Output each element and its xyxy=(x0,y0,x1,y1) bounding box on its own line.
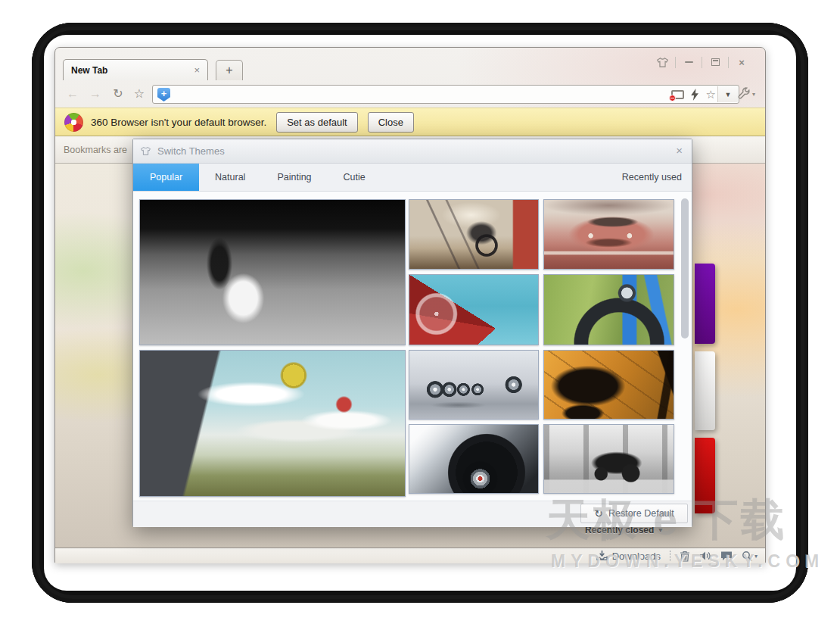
theme-thumbnail-mountains-balloons[interactable] xyxy=(139,350,406,497)
address-bar[interactable]: + ☆ ▼ xyxy=(152,85,739,104)
download-icon xyxy=(596,551,608,561)
lightning-icon[interactable] xyxy=(691,89,699,101)
close-window-button[interactable]: × xyxy=(729,55,754,70)
dialog-close-icon[interactable]: × xyxy=(676,145,683,156)
address-dropdown-button[interactable]: ▼ xyxy=(717,86,738,102)
toolbar: ← → ↻ ☆ + ☆ ▼ xyxy=(55,80,765,108)
bookmarks-hint-text: Bookmarks are xyxy=(64,145,127,155)
wrench-icon xyxy=(736,86,751,101)
tab-popular[interactable]: Popular xyxy=(133,164,199,191)
theme-thumbnail-newtons-cradle[interactable] xyxy=(409,350,539,420)
speed-dial-tile-red[interactable] xyxy=(695,438,715,513)
tshirt-icon xyxy=(140,146,151,156)
theme-thumbnail-girl-with-dog[interactable] xyxy=(139,199,406,345)
tab-natural[interactable]: Natural xyxy=(199,164,261,191)
maximize-button[interactable] xyxy=(702,55,728,70)
dialog-tab-bar: Popular Natural Painting Cutie Recently … xyxy=(133,164,692,192)
tab-title: New Tab xyxy=(71,65,194,76)
forward-button[interactable]: → xyxy=(87,86,104,102)
theme-thumbnail-vintage-truck[interactable] xyxy=(543,199,674,270)
tab-new-tab[interactable]: New Tab × xyxy=(63,59,208,80)
dotted-divider xyxy=(670,551,670,561)
notification-close-button[interactable]: Close xyxy=(368,112,414,133)
theme-thumbnail-car-wheel[interactable] xyxy=(409,424,539,494)
red-minus-badge xyxy=(669,95,676,101)
minimize-icon xyxy=(685,61,693,63)
zoom-chevron-icon: ▾ xyxy=(754,553,758,560)
magnifier-icon xyxy=(742,551,753,562)
dialog-scrollbar-thumb[interactable] xyxy=(681,198,689,339)
theme-grid xyxy=(133,192,692,501)
new-tab-button[interactable]: + xyxy=(216,60,243,80)
tab-cutie[interactable]: Cutie xyxy=(328,164,381,191)
default-browser-notification: 360 Browser isn't your default browser. … xyxy=(55,108,765,136)
tab-strip: New Tab × + × xyxy=(55,48,765,80)
close-icon: × xyxy=(739,57,745,68)
theme-thumbnail-blue-bicycle[interactable] xyxy=(543,274,674,345)
speed-dial-tile-purple[interactable] xyxy=(695,264,715,344)
downloads-label: Downloads xyxy=(612,551,661,562)
zoom-control[interactable]: ▾ xyxy=(742,551,758,562)
theme-thumbnail-paper-boats[interactable] xyxy=(409,274,539,345)
screenshot-page: New Tab × + × ← xyxy=(0,0,840,624)
feedback-button[interactable] xyxy=(720,551,733,561)
page-star-icon[interactable]: ☆ xyxy=(706,88,716,101)
downloads-button[interactable]: Downloads xyxy=(596,551,661,562)
switch-themes-dialog: Switch Themes × Popular Natural Painting… xyxy=(132,139,692,527)
status-bar: Downloads xyxy=(55,548,765,563)
minimize-button[interactable] xyxy=(676,55,702,70)
chevron-down-icon: ▾ xyxy=(658,526,662,534)
chat-bubble-icon xyxy=(720,551,733,561)
trash-icon xyxy=(680,551,690,562)
refresh-button[interactable]: ↻ xyxy=(110,86,126,102)
theme-thumbnail-bicycles[interactable] xyxy=(409,199,539,270)
tab-close-icon[interactable]: × xyxy=(194,65,200,75)
dialog-footer: ↻ Restore Default xyxy=(133,501,692,527)
tshirt-icon xyxy=(656,57,669,68)
speed-dial-tile-white[interactable] xyxy=(695,351,715,430)
trash-button[interactable] xyxy=(680,551,690,562)
restore-icon: ↻ xyxy=(594,508,603,519)
bookmark-star-button[interactable]: ☆ xyxy=(131,86,148,102)
shield-plus-icon[interactable]: + xyxy=(157,88,170,101)
set-as-default-button[interactable]: Set as default xyxy=(276,112,358,133)
dialog-title: Switch Themes xyxy=(157,145,225,157)
plus-icon: + xyxy=(226,64,232,77)
theme-thumbnail-motorcycle[interactable] xyxy=(543,424,674,494)
dialog-title-bar[interactable]: Switch Themes × xyxy=(133,139,692,164)
browser-360-logo xyxy=(64,113,83,132)
speaker-icon xyxy=(699,551,711,561)
back-button[interactable]: ← xyxy=(64,86,81,102)
restore-default-label: Restore Default xyxy=(608,508,674,519)
address-bar-actions: ☆ xyxy=(671,86,716,103)
restore-default-button[interactable]: ↻ Restore Default xyxy=(580,504,688,523)
maximize-icon xyxy=(711,58,720,66)
wrench-chevron-icon: ▾ xyxy=(752,91,755,98)
theme-thumbnail-skateboard[interactable] xyxy=(543,350,674,420)
screen-capture-icon[interactable] xyxy=(671,90,684,99)
window-controls: × xyxy=(649,54,754,70)
tab-painting[interactable]: Painting xyxy=(261,164,327,191)
recently-used-link[interactable]: Recently used xyxy=(622,164,692,191)
notification-text: 360 Browser isn't your default browser. xyxy=(91,117,266,128)
theme-tshirt-button[interactable] xyxy=(649,55,675,70)
mute-button[interactable] xyxy=(699,551,711,561)
settings-wrench-button[interactable]: ▾ xyxy=(736,85,759,103)
